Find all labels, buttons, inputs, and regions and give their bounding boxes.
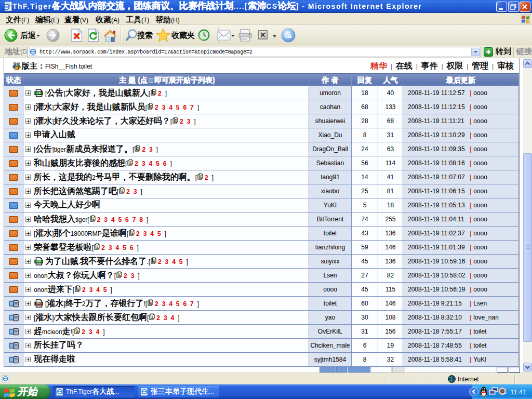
svg-text:GIF: GIF (36, 91, 42, 95)
svg-text:GIF: GIF (36, 260, 42, 263)
svg-text:JPG: JPG (36, 302, 42, 305)
